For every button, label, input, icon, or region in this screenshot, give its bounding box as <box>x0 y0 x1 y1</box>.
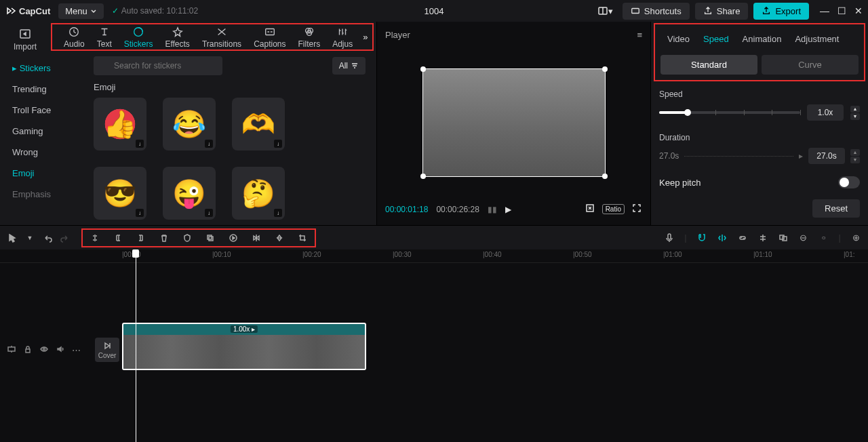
sticker-hearthands[interactable]: 🫶↓ <box>232 98 285 150</box>
tab-adjustment[interactable]: Adjustment <box>788 31 846 47</box>
sticker-thumbsup[interactable]: 👍↓ <box>94 98 146 150</box>
subtab-curve[interactable]: Curve <box>762 55 859 75</box>
zoom-slider-icon[interactable]: ○ <box>818 233 829 243</box>
filter-button[interactable]: All <box>332 57 366 75</box>
redo-icon[interactable] <box>60 233 71 243</box>
lock-icon[interactable] <box>23 344 33 356</box>
speed-slider[interactable] <box>659 111 800 114</box>
tab-animation[interactable]: Animation <box>736 31 789 47</box>
overlap-icon[interactable] <box>778 233 789 243</box>
speed-value[interactable] <box>807 104 844 121</box>
svg-rect-14 <box>668 234 671 239</box>
playhead[interactable] <box>136 249 136 442</box>
check-icon: ✓ <box>112 6 119 16</box>
player-stage[interactable] <box>385 47 642 199</box>
tab-filters[interactable]: Filters <box>292 26 327 49</box>
undo-icon[interactable] <box>42 233 53 243</box>
svg-rect-5 <box>266 28 275 35</box>
scale-icon[interactable] <box>585 203 595 216</box>
sticker-content: All Emoji 👍↓ 😂↓ 🫶↓ 😎↓ 😜↓ 🤔↓ <box>88 51 376 225</box>
fullscreen-icon[interactable] <box>631 203 642 216</box>
tabs-overflow-icon[interactable]: » <box>359 32 372 42</box>
subtab-standard[interactable]: Standard <box>660 55 757 75</box>
layout-icon[interactable]: ▾ <box>593 1 617 20</box>
tab-stickers[interactable]: Stickers <box>118 26 159 49</box>
zoom-in-icon[interactable]: ⊕ <box>850 233 861 243</box>
mic-icon[interactable] <box>664 233 675 243</box>
sidebar-item-emoji[interactable]: Emoji <box>0 163 88 184</box>
sidebar-item-wrong[interactable]: Wrong <box>0 142 88 163</box>
cover-button[interactable]: Cover <box>95 338 119 362</box>
timeline-ruler[interactable]: |00:00 |00:10 |00:20 |00:30 |00:40 |00:5… <box>0 249 868 263</box>
mirror-icon[interactable] <box>251 233 262 243</box>
media-tabs: Import Audio Text Stickers Effects Trans… <box>51 23 374 51</box>
align-icon[interactable] <box>757 233 768 243</box>
minimize-icon[interactable]: — <box>820 5 829 16</box>
sticker-wink[interactable]: 😜↓ <box>163 167 216 220</box>
timeline[interactable]: |00:00 |00:10 |00:20 |00:30 |00:40 |00:5… <box>0 249 868 442</box>
download-icon: ↓ <box>136 209 144 217</box>
video-frame[interactable] <box>422 68 606 177</box>
delete-icon[interactable] <box>159 233 170 243</box>
player-menu-icon[interactable]: ≡ <box>637 30 642 40</box>
eye-icon[interactable] <box>39 344 49 356</box>
trim-left-icon[interactable] <box>113 233 123 243</box>
video-clip[interactable]: 1.00x ▸ <box>122 323 366 370</box>
prev-frame-icon[interactable]: ▮▮ <box>488 205 497 214</box>
play-icon[interactable]: ▶ <box>505 205 511 214</box>
sidebar-item-emphasis[interactable]: Emphasis <box>0 184 88 205</box>
tab-text[interactable]: Text <box>91 26 118 49</box>
tab-adjustment[interactable]: Adjus <box>326 26 359 49</box>
pointer-tool-icon[interactable] <box>7 233 18 243</box>
autosave-status: ✓ Auto saved: 10:11:02 <box>112 6 198 16</box>
svg-rect-18 <box>26 349 30 353</box>
close-icon[interactable]: ✕ <box>854 5 863 16</box>
sticker-thinking[interactable]: 🤔↓ <box>232 167 285 220</box>
crop-icon[interactable] <box>297 233 308 243</box>
tab-video[interactable]: Video <box>660 31 696 47</box>
duration-from: 27.0s <box>659 151 679 161</box>
tab-speed[interactable]: Speed <box>696 31 736 47</box>
sticker-laugh[interactable]: 😂↓ <box>163 98 216 150</box>
download-icon: ↓ <box>274 209 282 217</box>
keep-pitch-toggle[interactable] <box>838 176 860 188</box>
tab-audio[interactable]: Audio <box>58 26 91 49</box>
add-track-icon[interactable] <box>7 344 16 356</box>
trim-right-icon[interactable] <box>136 233 146 243</box>
ratio-badge[interactable]: Ratio <box>602 204 625 214</box>
sidebar-item-trollface[interactable]: Troll Face <box>0 100 88 121</box>
chevron-down-icon[interactable]: ▼ <box>24 233 35 243</box>
tab-effects[interactable]: Effects <box>159 26 195 49</box>
more-icon[interactable]: ⋯ <box>72 345 81 355</box>
time-current: 00:00:01:18 <box>385 205 428 214</box>
search-input[interactable] <box>94 56 222 75</box>
maximize-icon[interactable]: ☐ <box>837 5 846 16</box>
link-preview-icon[interactable] <box>717 233 728 243</box>
rotate-icon[interactable] <box>274 233 285 243</box>
share-button[interactable]: Share <box>695 3 749 20</box>
split-icon[interactable] <box>90 233 100 243</box>
reset-button[interactable]: Reset <box>812 199 860 218</box>
sidebar-section-stickers[interactable]: ▸ Stickers <box>0 58 88 79</box>
tab-transitions[interactable]: Transitions <box>196 26 248 49</box>
magnet-icon[interactable] <box>696 233 707 243</box>
link-icon[interactable] <box>737 233 748 243</box>
tab-captions[interactable]: Captions <box>248 26 292 49</box>
volume-icon[interactable] <box>56 344 65 356</box>
copy-icon[interactable] <box>205 233 216 243</box>
sticker-cool[interactable]: 😎↓ <box>94 167 146 220</box>
menu-button[interactable]: Menu <box>58 3 104 19</box>
speed-label: Speed <box>659 89 860 99</box>
duration-value[interactable] <box>808 148 845 164</box>
shield-icon[interactable] <box>182 233 193 243</box>
sidebar-item-gaming[interactable]: Gaming <box>0 121 88 142</box>
sidebar-item-trending[interactable]: Trending <box>0 79 88 100</box>
shortcuts-button[interactable]: Shortcuts <box>623 3 690 20</box>
duration-stepper[interactable]: ▲▼ <box>850 149 860 163</box>
zoom-out-icon[interactable]: ⊖ <box>798 233 809 243</box>
import-button[interactable]: Import <box>5 24 45 52</box>
speed-tool-icon[interactable] <box>228 233 239 243</box>
speed-stepper[interactable]: ▲▼ <box>850 106 860 120</box>
export-button[interactable]: Export <box>753 3 809 20</box>
svg-rect-12 <box>209 237 213 241</box>
